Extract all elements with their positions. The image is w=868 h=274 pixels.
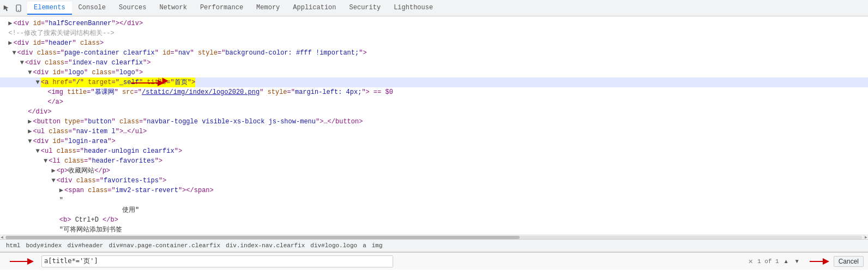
expand-icon[interactable]: ▶: [28, 127, 32, 136]
scroll-left-btn[interactable]: ◀: [0, 235, 4, 239]
mobile-icon[interactable]: [14, 4, 23, 13]
code-line: <!--修改了搜索关键词结构相关-->: [0, 28, 868, 38]
code-line: ": [0, 195, 868, 205]
code-line: <b> Ctrl+D </b>: [0, 215, 868, 225]
code-line: ▼ <div id="logo" class="logo">: [0, 68, 868, 78]
breadcrumb-html[interactable]: html: [4, 242, 22, 249]
breadcrumb-bar: html body#index div#header div#nav.page-…: [0, 239, 868, 252]
pointer-icon[interactable]: [2, 4, 11, 13]
tab-application[interactable]: Application: [286, 2, 342, 15]
expand-icon[interactable]: ▼: [28, 68, 32, 78]
scroll-track-h[interactable]: [5, 236, 863, 239]
search-next-btn[interactable]: ▼: [792, 257, 802, 266]
breadcrumb-a[interactable]: a: [361, 242, 368, 249]
tab-console[interactable]: Console: [72, 2, 112, 15]
devtools-tab-bar: Elements Console Sources Network Perform…: [0, 0, 868, 16]
breadcrumb-indexnav[interactable]: div.index-nav.clearfix: [224, 242, 306, 249]
expand-icon[interactable]: ▶: [51, 166, 55, 176]
code-line: ▶ <div id="halfScreenBanner"></div>: [0, 19, 868, 28]
tab-security[interactable]: Security: [343, 2, 388, 15]
search-prev-btn[interactable]: ▲: [781, 257, 791, 266]
search-input-wrapper: [41, 255, 393, 267]
code-area: ▶ <div id="halfScreenBanner"></div> <!--…: [0, 16, 868, 235]
scroll-thumb-h[interactable]: [5, 236, 520, 239]
svg-point-1: [18, 10, 19, 11]
tab-performance[interactable]: Performance: [194, 2, 250, 15]
code-line: ▶ <p>收藏网站</p>: [0, 166, 868, 176]
code-line: ▶ <span class="imv2-star-revert"></span>: [0, 186, 868, 195]
code-line: <img title="慕课网" src="/static/img/index/…: [0, 87, 868, 97]
code-line: ▼ <div class="favorites-tips">: [0, 176, 868, 186]
breadcrumb-body[interactable]: body#index: [24, 242, 63, 249]
code-line-selected: ▼ <a href="/" target="_self" title="首页">…: [0, 78, 868, 87]
expand-icon[interactable]: ▶: [8, 38, 12, 48]
code-line: ▼ <div class="index-nav clearfix">: [0, 58, 868, 68]
breadcrumb-header[interactable]: div#header: [65, 242, 105, 249]
horizontal-scrollbar[interactable]: ◀ ▶: [0, 235, 868, 239]
code-line: ▶ <ul class="nav-item l">…</ul>: [0, 127, 868, 136]
code-line: </div>: [0, 107, 868, 117]
devtools-icons: [2, 4, 23, 13]
annotation-arrow-nav: [804, 255, 831, 268]
tab-elements[interactable]: Elements: [27, 2, 72, 15]
expand-icon[interactable]: ▶: [59, 186, 63, 195]
expand-icon[interactable]: ▼: [36, 78, 40, 87]
expand-icon[interactable]: ▶: [8, 19, 12, 28]
cancel-button[interactable]: Cancel: [834, 256, 864, 267]
code-line: ▶ <div id="header" class>: [0, 38, 868, 48]
breadcrumb-nav[interactable]: div#nav.page-container.clearfix: [107, 242, 222, 249]
tab-memory[interactable]: Memory: [250, 2, 286, 15]
search-count: 1 of 1: [757, 258, 779, 265]
expand-icon[interactable]: ▼: [12, 48, 16, 58]
expand-icon[interactable]: ▼: [20, 58, 24, 68]
expand-icon[interactable]: ▶: [28, 117, 32, 127]
code-line: 使用": [0, 205, 868, 215]
search-nav: ▲ ▼: [781, 257, 802, 266]
tab-network[interactable]: Network: [153, 2, 193, 15]
search-clear-icon[interactable]: ✕: [749, 257, 753, 266]
code-line: ▶ <button type="button" class="navbar-to…: [0, 117, 868, 127]
breadcrumb-img[interactable]: img: [370, 242, 384, 249]
expand-icon[interactable]: ▼: [36, 146, 40, 156]
search-bar: ✕ 1 of 1 ▲ ▼ Cancel: [0, 252, 868, 270]
tab-lighthouse[interactable]: Lighthouse: [387, 2, 439, 15]
code-line: ▼ <div id="login-area">: [0, 136, 868, 146]
code-line: ▼ <div class="page-container clearfix" i…: [0, 48, 868, 58]
expand-icon[interactable]: ▼: [44, 156, 47, 166]
expand-icon[interactable]: ▼: [28, 136, 32, 146]
scroll-right-btn[interactable]: ▶: [864, 235, 868, 239]
code-line: "可将网站添加到书签: [0, 225, 868, 235]
expand-icon[interactable]: ▼: [51, 176, 55, 186]
breadcrumb-logo[interactable]: div#logo.logo: [309, 242, 359, 249]
code-line: ▼ <li class="header-favorites">: [0, 156, 868, 166]
tab-sources[interactable]: Sources: [112, 2, 153, 15]
code-line: </a>: [0, 97, 868, 107]
code-line: ▼ <ul class="header-unlogin clearfix">: [0, 146, 868, 156]
search-input[interactable]: [44, 258, 390, 265]
annotation-arrow-search: [4, 255, 37, 268]
